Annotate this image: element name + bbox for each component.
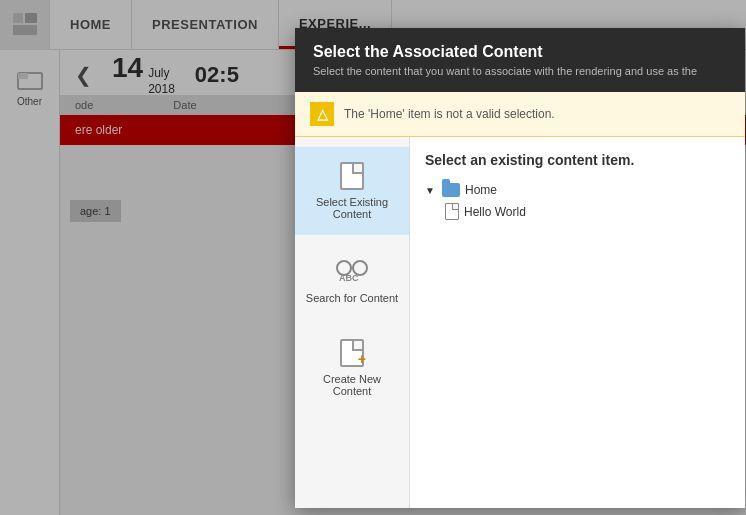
- tree-item-home[interactable]: ▼ Home: [425, 180, 730, 200]
- search-content-label: Search for Content: [306, 292, 398, 304]
- content-tree: ▼ Home Hello World: [425, 180, 730, 223]
- modal-dialog: Select the Associated Content Select the…: [295, 28, 745, 508]
- modal-header: Select the Associated Content Select the…: [295, 28, 745, 92]
- right-panel-title: Select an existing content item.: [425, 152, 730, 168]
- modal-subtitle: Select the content that you want to asso…: [313, 65, 727, 77]
- create-new-label: Create New Content: [305, 373, 399, 397]
- file-icon-hello-world: [445, 203, 459, 220]
- nav-search-content[interactable]: ABC Search for Content: [295, 240, 409, 319]
- modal-title: Select the Associated Content: [313, 43, 727, 61]
- warning-icon: △: [310, 102, 334, 126]
- nav-select-existing[interactable]: Select Existing Content: [295, 147, 409, 235]
- tree-item-hello-world-label: Hello World: [464, 205, 526, 219]
- tree-item-home-label: Home: [465, 183, 497, 197]
- modal-body: Select Existing Content ABC Search for C…: [295, 137, 745, 508]
- warning-message: The 'Home' item is not a valid selection…: [344, 107, 555, 121]
- nav-create-new[interactable]: Create New Content: [295, 324, 409, 412]
- tree-expand-arrow: ▼: [425, 185, 437, 196]
- tree-item-hello-world[interactable]: Hello World: [445, 200, 730, 223]
- modal-right-panel: Select an existing content item. ▼ Home …: [410, 137, 745, 508]
- svg-text:ABC: ABC: [339, 273, 359, 283]
- folder-icon: [442, 183, 460, 197]
- create-new-icon: [340, 339, 364, 367]
- select-existing-label: Select Existing Content: [305, 196, 399, 220]
- modal-warning: △ The 'Home' item is not a valid selecti…: [295, 92, 745, 137]
- select-existing-icon: [340, 162, 364, 190]
- tree-children: Hello World: [445, 200, 730, 223]
- modal-left-nav: Select Existing Content ABC Search for C…: [295, 137, 410, 508]
- search-content-icon: ABC: [334, 255, 370, 286]
